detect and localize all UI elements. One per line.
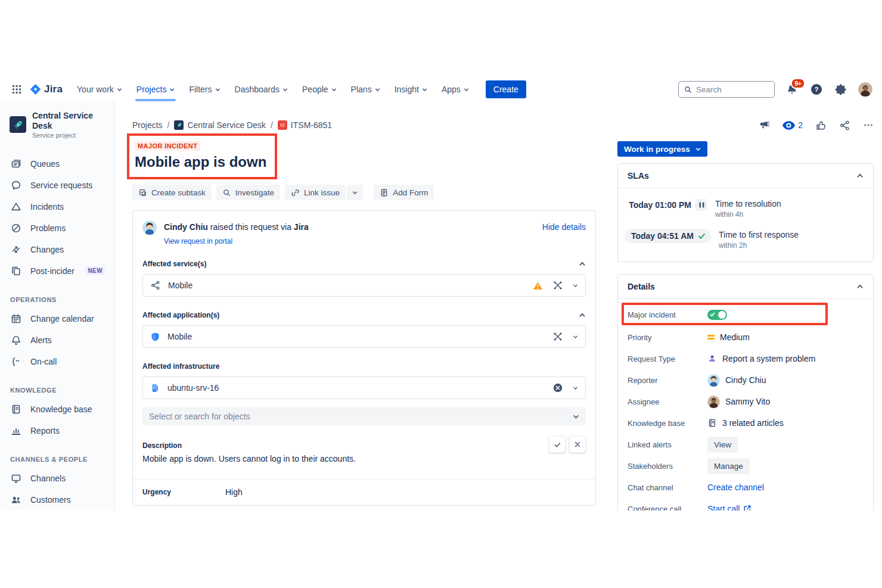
chevron-down-icon[interactable] [573,334,578,340]
search-box[interactable] [678,81,775,98]
search-icon [684,86,692,94]
nav-item-projects[interactable]: Projects [131,80,181,99]
request-type-field: Request Type Report a system problem [628,348,864,369]
link-issue-button[interactable]: Link issue [285,185,346,200]
view-alerts-button[interactable]: View [707,437,738,453]
settings-gear-icon[interactable] [834,82,848,97]
project-type: Service project [32,132,105,139]
search-input[interactable] [696,85,762,94]
nav-item-your-work[interactable]: Your work [71,80,128,99]
issue-title[interactable]: Mobile app is down [135,154,266,170]
assignee-value[interactable]: Sammy Vito [707,396,770,408]
sidebar-item-incidents[interactable]: Incidents [0,196,110,217]
external-link-icon [743,505,751,511]
affected-application-item[interactable]: Mobile [142,325,586,348]
chevron-down-icon [331,87,337,92]
description-text[interactable]: Mobile app is down. Users cannot log in … [142,454,586,463]
sidebar-item-channels[interactable]: Channels [0,468,110,489]
breadcrumb-issue-key[interactable]: ITSM-6851 [278,120,332,130]
nav-item-dashboards[interactable]: Dashboards [229,80,294,99]
sidebar-item-alerts[interactable]: Alerts [0,329,110,351]
chevron-down-icon[interactable] [573,385,578,391]
knowledge-base-icon [10,403,22,415]
details-panel: Details Major incident [617,274,874,511]
object-select[interactable]: Select or search for objects [142,407,586,425]
nav-item-insight[interactable]: Insight [389,80,433,99]
more-actions-icon[interactable] [863,120,874,130]
issue-toolbar: Create subtask Investigate Link issue [132,185,596,200]
cancel-edit-button[interactable] [569,436,586,453]
nav-item-filters[interactable]: Filters [183,80,226,99]
main-content: Projects / Central Service Desk / ITSM-6… [115,101,882,511]
remove-icon[interactable] [552,382,563,393]
sidebar-item-problems[interactable]: Problems [0,217,110,239]
share-icon[interactable] [839,120,850,131]
breadcrumb-projects[interactable]: Projects [132,120,163,130]
chevron-down-icon[interactable] [573,283,578,288]
chat-channel-field: Chat channel Create channel [628,477,864,498]
collapse-section-icon[interactable] [579,312,586,319]
add-form-button[interactable]: Add Form [374,185,434,200]
collapse-panel-icon[interactable] [856,283,864,290]
reporter-avatar [142,220,157,235]
calendar-icon [10,313,22,325]
urgency-value[interactable]: High [225,487,243,497]
notifications-bell-icon[interactable]: 9+ [785,82,799,97]
sidebar-item-knowledge-base[interactable]: Knowledge base [0,399,110,420]
chevron-down-icon [375,87,380,92]
impact-graph-icon[interactable] [552,331,563,342]
affected-service-item[interactable]: Mobile [142,274,586,297]
collapse-panel-icon[interactable] [856,172,864,179]
sidebar-item-changes[interactable]: Changes [0,239,110,260]
sidebar-item-post-incident-review[interactable]: Post-incident re... NEW [0,260,110,282]
investigate-button[interactable]: Investigate [216,185,280,200]
jira-mark-icon [30,84,41,95]
sidebar-item-queues[interactable]: Queues [0,153,110,175]
sidebar-item-customers[interactable]: Customers [0,489,110,511]
major-incident-toggle[interactable] [707,310,727,320]
link-issue-dropdown-button[interactable] [347,185,363,200]
status-dropdown-button[interactable]: Work in progress [617,141,707,157]
priority-value[interactable]: Medium [707,332,750,342]
slas-title: SLAs [628,171,649,181]
request-type-value[interactable]: Report a system problem [707,354,815,363]
affected-infrastructure-item[interactable]: ubuntu-srv-16 [142,377,586,399]
chevron-down-icon [695,147,701,152]
view-request-portal-link[interactable]: View request in portal [164,237,586,245]
alerts-bell-icon [10,334,22,346]
manage-stakeholders-button[interactable]: Manage [707,458,750,474]
feedback-megaphone-icon[interactable] [758,119,770,131]
breadcrumb-project[interactable]: Central Service Desk [174,120,266,130]
sidebar-item-reports[interactable]: Reports [0,420,110,441]
create-channel-link[interactable]: Create channel [707,483,764,492]
sidebar-item-on-call[interactable]: On-call [0,351,110,372]
assignee-field: Assignee Sammy Vito [628,391,864,412]
project-header[interactable]: Central Service Desk Service project [0,110,110,140]
confirm-edit-button[interactable] [549,436,566,453]
knowledge-base-icon [707,418,717,428]
sidebar-item-service-requests[interactable]: Service requests [0,175,110,196]
watch-button[interactable]: 2 [782,120,803,130]
impact-graph-icon[interactable] [552,280,563,291]
create-button[interactable]: Create [486,80,526,98]
chevron-down-icon [573,413,579,420]
create-subtask-button[interactable]: Create subtask [132,185,212,200]
linked-alerts-field: Linked alerts View [628,434,864,455]
hide-details-link[interactable]: Hide details [542,220,586,232]
annotation-box-title: MAJOR INCIDENT Mobile app is down [127,133,277,179]
knowledge-base-value[interactable]: 3 related articles [707,418,784,428]
server-icon [150,383,160,393]
nav-item-apps[interactable]: Apps [436,80,475,99]
collapse-section-icon[interactable] [579,260,586,267]
nav-item-people[interactable]: People [296,80,343,99]
user-avatar[interactable] [858,82,872,97]
like-thumbs-up-icon[interactable] [815,120,827,131]
reporter-value[interactable]: Cindy Chiu [707,374,766,387]
sidebar-item-change-calendar[interactable]: Change calendar [0,308,110,329]
help-icon[interactable]: ? [809,82,824,97]
start-call-link[interactable]: Start call [707,504,751,511]
jira-logo[interactable]: Jira [27,83,69,95]
nav-item-plans[interactable]: Plans [345,80,386,99]
details-title: Details [628,282,655,291]
app-switcher-icon[interactable] [8,81,25,98]
